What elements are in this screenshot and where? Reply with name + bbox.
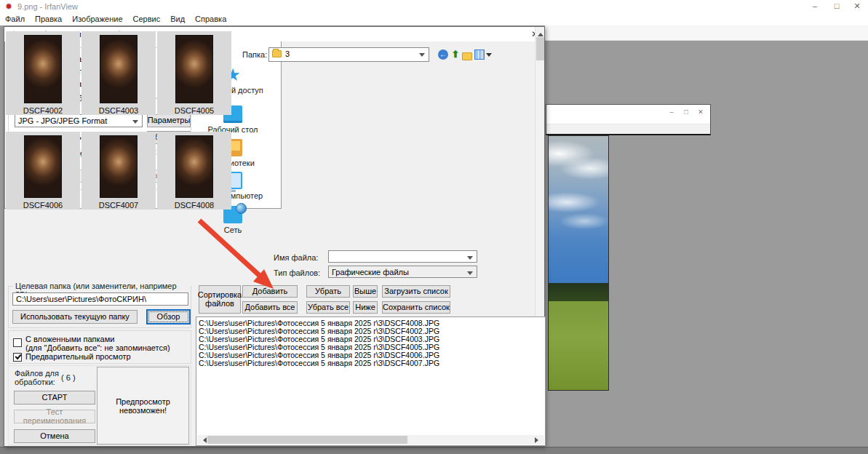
scroll-up-icon[interactable] [538,30,544,36]
file-list-horizontal-scrollbar[interactable] [197,435,544,445]
add-all-button[interactable]: Добавить все [242,301,298,314]
browse-button[interactable]: Обзор [146,309,191,324]
files-count-label: Файлов для обработки: [15,369,59,386]
filename-label: Имя файла: [274,253,318,262]
maximize-icon[interactable]: □ [827,1,846,10]
sort-files-button[interactable]: Сортировка файлов [199,285,241,314]
file-path-row[interactable]: C:\Users\user\Pictures\Фотосессия 5 янва… [196,359,545,367]
thumbnail-item[interactable]: DSCF4005 [157,31,231,115]
background-window-fragment: – □ ✕ [546,104,711,135]
thumbnail-photo[interactable] [100,35,138,103]
save-list-button[interactable]: Сохранить список [382,301,450,314]
menu-bar: ФайлПравкаИзображениеСервисВидСправка [0,13,868,25]
cancel-button[interactable]: Отмена [14,429,95,443]
thumbnail-item[interactable]: DSCF4008 [157,132,231,210]
thumbnail-name: DSCF4005 [157,106,231,115]
use-current-folder-button[interactable]: Использовать текущую папку [12,310,138,324]
menu-item-file[interactable]: Файл [0,13,30,25]
remove-all-button[interactable]: Убрать все [306,301,350,314]
bg-close-icon: ✕ [694,108,707,116]
view-menu-caret-icon[interactable] [486,53,492,60]
main-window-title: 9.png - IrfanView [17,2,78,11]
move-up-button[interactable]: Выше [353,285,378,298]
main-titlebar: ✹ 9.png - IrfanView – □ ✕ [0,0,868,13]
thumbnail-name: DSCF4002 [6,106,80,115]
landscape-photo [548,135,609,391]
sidebar-item-label: Сеть [198,226,268,234]
folder-icon [272,50,282,57]
tree-line [549,283,608,300]
test-rename-button: Тест переименования [14,410,95,423]
preview-checkbox[interactable]: Предварительный просмотр [13,352,131,362]
minimize-icon[interactable]: – [805,1,824,10]
thumbnail-photo[interactable] [24,135,62,198]
grass-field [549,301,608,390]
thumbnail-item[interactable]: DSCF4003 [81,31,156,115]
add-button[interactable]: Добавить [242,285,298,298]
bg-minimize-icon: – [665,108,678,116]
new-folder-icon[interactable] [462,52,472,60]
remove-button[interactable]: Убрать [306,285,350,298]
thumbnail-photo[interactable] [175,135,213,198]
scrollbar-thumb[interactable] [536,37,544,60]
menu-item-view[interactable]: Вид [165,13,190,25]
status-bar [0,447,868,454]
move-down-button[interactable]: Ниже [353,301,378,314]
files-count-value: ( 6 ) [61,373,76,382]
preview-checkbox-box[interactable] [13,353,22,362]
close-icon[interactable]: ✕ [848,1,867,11]
thumbnail-name: DSCF4006 [6,201,80,210]
bg-maximize-icon: □ [680,108,693,116]
thumbnail-name: DSCF4003 [81,106,156,115]
format-params-button[interactable]: Параметры [147,114,191,127]
filetype-label: Тип файлов: [274,268,320,277]
screen: ✹ 9.png - IrfanView – □ ✕ ФайлПравкаИзоб… [0,0,868,454]
folder-label: Папка: [242,50,267,59]
thumbnail-item[interactable]: DSCF4002 [6,31,80,115]
sky [549,136,608,283]
subfolders-checkbox[interactable]: С вложенными папками (для "Добавить все"… [13,335,170,352]
subfolders-checkbox-box[interactable] [13,338,22,347]
menu-item-help[interactable]: Справка [190,13,231,25]
filetype-combo[interactable]: Графические файлы [328,266,477,278]
scrollbar-thumb[interactable] [207,436,407,444]
preview-checkbox-label: Предварительный просмотр [25,352,131,362]
folder-combo[interactable]: 3 [268,47,429,62]
filename-combo[interactable] [328,250,477,263]
batch-conversion-dialog: ✹ Преобразование группы файлов ✕ Операци… [4,26,545,447]
menu-item-image[interactable]: Изображение [67,13,127,25]
scroll-left-icon[interactable] [200,437,207,443]
target-format-combo[interactable]: JPG - JPG/JPEG Format [15,114,143,127]
thumbnail-item[interactable]: DSCF4006 [6,132,80,210]
menu-item-service[interactable]: Сервис [128,13,166,25]
subfolders-label: С вложенными папками (для "Добавить все"… [25,335,170,352]
thumbnail-photo[interactable] [24,35,62,103]
thumbnail-name: DSCF4007 [81,201,156,210]
load-list-button[interactable]: Загрузить список [382,285,450,298]
folder-combo-value: 3 [285,49,290,58]
toolbar-strip [545,25,868,41]
back-icon[interactable]: ← [438,49,448,60]
menu-item-edit[interactable]: Правка [30,13,67,25]
thumbnail-name: DSCF4008 [157,201,231,210]
preview-message: Предпросмотр невозможен! [100,397,186,415]
options-group: С вложенными папками (для "Добавить все"… [8,330,191,364]
scroll-right-icon[interactable] [535,437,541,443]
start-button[interactable]: СТАРТ [14,391,95,405]
thumbnail-photo[interactable] [175,35,213,103]
view-menu-icon[interactable] [474,49,485,60]
file-list[interactable]: C:\Users\user\Pictures\Фотосессия 5 янва… [196,316,546,446]
thumbnail-item[interactable]: DSCF4007 [81,132,156,210]
preview-panel: Предпросмотр невозможен! [97,367,189,445]
target-folder-group: Целевая папка (или заменители, например … [8,286,191,328]
thumbnail-photo[interactable] [100,135,138,198]
up-one-level-icon[interactable]: ⬆ [450,49,461,60]
target-folder-input[interactable]: C:\Users\user\Pictures\ФотоСКРИН\ [12,292,188,306]
irfanview-app-icon: ✹ [5,1,12,12]
